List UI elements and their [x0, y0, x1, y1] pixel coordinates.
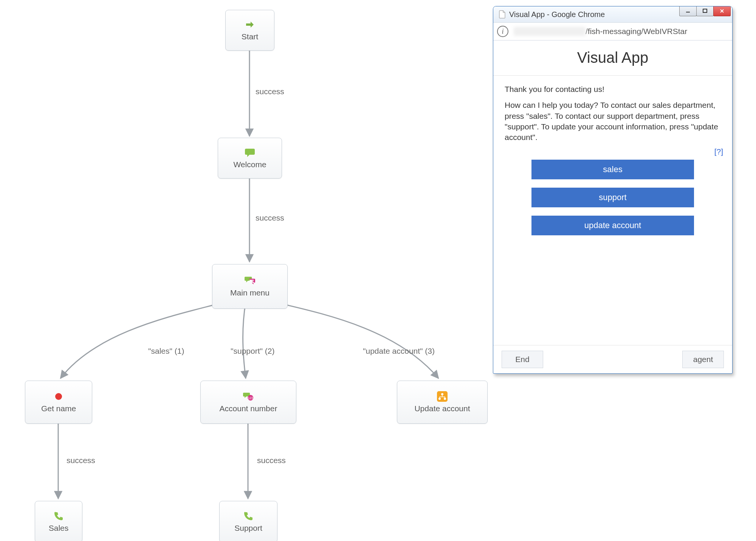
edge-label: success — [67, 456, 95, 465]
chrome-window: Visual App - Google Chrome i /fish-messa… — [493, 6, 733, 374]
org-chart-icon — [437, 391, 448, 402]
page-body: Thank you for contacting us! How can I h… — [493, 76, 732, 148]
window-close-button[interactable] — [713, 6, 731, 16]
svg-rect-8 — [686, 12, 690, 12]
update-account-button[interactable]: update account — [531, 216, 694, 235]
window-titlebar[interactable]: Visual App - Google Chrome — [493, 6, 732, 23]
page-title: Visual App — [577, 49, 648, 66]
edge-label: "support" (2) — [231, 347, 274, 356]
page-viewport: Visual App Thank you for contacting us! … — [493, 40, 732, 373]
ivr-flow-canvas: Start Welcome Main menu Get name 123 — [0, 0, 491, 541]
sales-button[interactable]: sales — [531, 160, 694, 179]
svg-rect-0 — [249, 280, 254, 281]
phone-icon — [53, 511, 64, 521]
address-bar[interactable]: i /fish-messaging/WebIVRStar — [493, 23, 732, 40]
edge-label: success — [256, 213, 284, 222]
agent-button[interactable]: agent — [682, 351, 724, 368]
node-account-number[interactable]: 123 Account number — [200, 381, 296, 424]
svg-point-6 — [438, 398, 441, 400]
page-header: Visual App — [493, 40, 732, 76]
support-button[interactable]: support — [531, 188, 694, 207]
prompt-text: How can I help you today? To contact our… — [505, 100, 721, 143]
site-info-icon[interactable]: i — [497, 26, 508, 37]
node-welcome[interactable]: Welcome — [218, 138, 282, 179]
window-minimize-button[interactable] — [679, 6, 697, 16]
node-label: Main menu — [230, 288, 270, 297]
window-maximize-button[interactable] — [696, 6, 714, 16]
record-dot-icon — [53, 391, 64, 402]
edge-label: "update account" (3) — [363, 347, 435, 356]
edge-label: success — [257, 456, 286, 465]
start-arrow-icon — [245, 19, 255, 30]
address-host-blurred — [514, 27, 586, 36]
node-start[interactable]: Start — [225, 10, 274, 51]
svg-text:123: 123 — [248, 396, 253, 400]
svg-point-1 — [55, 393, 62, 400]
page-icon — [499, 10, 506, 19]
action-button-group: sales support update account — [493, 160, 732, 235]
edge-label: "sales" (1) — [148, 347, 184, 356]
chat-number-icon: 123 — [243, 391, 254, 402]
phone-icon — [243, 511, 254, 521]
edge-label: success — [256, 87, 284, 96]
node-sales[interactable]: Sales — [35, 501, 82, 541]
greeting-text: Thank you for contacting us! — [505, 84, 721, 95]
node-label: Update account — [414, 404, 470, 413]
svg-rect-9 — [703, 9, 707, 12]
svg-point-7 — [444, 398, 446, 400]
chat-bubbles-icon — [245, 275, 255, 286]
node-update-account[interactable]: Update account — [397, 381, 488, 424]
page-footer: End agent — [493, 345, 732, 373]
node-label: Welcome — [233, 160, 266, 169]
node-label: Start — [242, 32, 258, 41]
speech-bubble-icon — [245, 147, 255, 158]
node-label: Sales — [49, 524, 69, 533]
end-button[interactable]: End — [502, 351, 543, 368]
svg-point-5 — [441, 393, 443, 395]
node-get-name[interactable]: Get name — [25, 381, 92, 424]
address-path: /fish-messaging/WebIVRStar — [586, 27, 687, 36]
node-label: Account number — [220, 404, 277, 413]
node-support[interactable]: Support — [219, 501, 277, 541]
node-label: Get name — [41, 404, 76, 413]
window-title: Visual App - Google Chrome — [509, 10, 605, 19]
help-link[interactable]: [?] — [714, 147, 723, 156]
node-main-menu[interactable]: Main menu — [212, 264, 288, 309]
node-label: Support — [234, 524, 262, 533]
